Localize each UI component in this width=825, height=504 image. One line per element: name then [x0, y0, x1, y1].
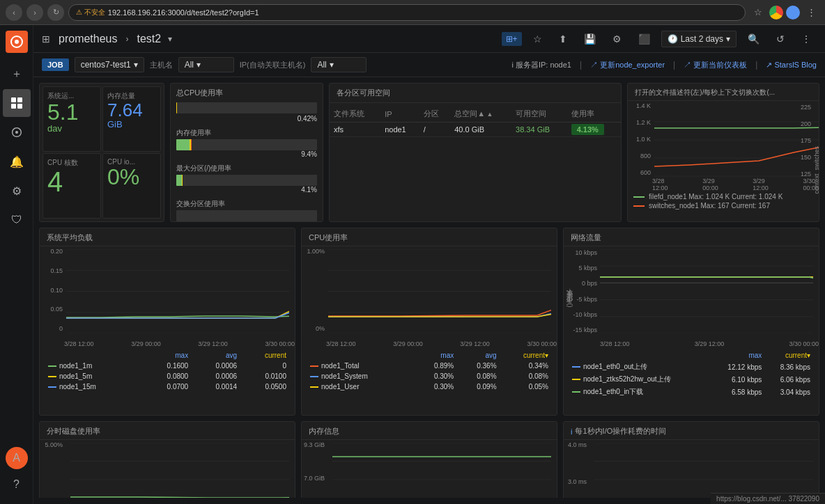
ip-value: All [317, 60, 326, 70]
svg-point-6 [15, 131, 18, 134]
settings-button[interactable]: ⚙ [607, 31, 627, 47]
share-button[interactable]: ⬆ [553, 31, 573, 47]
uptime-stat: 系统运... 5.1 dav [43, 86, 101, 152]
status-bar: https://blog.csdn.net/... 37822090 [711, 493, 825, 504]
uptime-value: 5.1 [47, 101, 96, 123]
cpu-rate-panel: CPU使用率 1.00%0% [301, 228, 557, 416]
update-dashboard-link[interactable]: ↗ 更新当前仪表板 [684, 60, 747, 70]
col-total[interactable]: 总空间▲ [450, 106, 511, 123]
disk-usage-panel: 分时磁盘使用率 5.00% [39, 421, 295, 498]
col-available: 可用空间 [511, 106, 567, 123]
job-value: centos7-test1 [81, 60, 131, 70]
hostname-select[interactable]: All ▾ [178, 57, 234, 72]
bookmark-button[interactable]: ☆ [750, 4, 766, 21]
legend-row-eth0-out: node1_eth0_out上传 12.12 kbps 8.36 kbps [569, 361, 813, 373]
cpu-rate-legend: max avg current▾ node1_Total 0.89% 0.36% [302, 347, 557, 395]
app-logo[interactable] [6, 31, 28, 53]
sidebar-item-user[interactable]: A [6, 447, 28, 469]
network-xaxis: 3/28 12:003/29 12:003/30 00:00 [600, 340, 819, 347]
cpu-rate-legend-table: max avg current▾ node1_Total 0.89% 0.36% [307, 350, 551, 392]
app-layout: ＋ 🔔 ⚙ 🛡 A ? ⊞ prometheus › test2 ▾ ⊞+ ☆ … [0, 25, 825, 504]
sidebar-item-help[interactable]: ? [3, 471, 31, 498]
cpu-rate-title: CPU使用率 [302, 228, 557, 246]
save-button[interactable]: 💾 [578, 31, 601, 47]
search-button[interactable]: 🔍 [742, 31, 765, 47]
time-label: Last 2 days [681, 34, 723, 44]
file-desc-legend: filefd_node1 Max: 1.024 K Current: 1.024… [628, 191, 819, 211]
refresh-button[interactable]: ↻ [47, 4, 64, 21]
mem-total-stat: 内存总量 7.64 GiB [102, 86, 161, 152]
stats-panel: 系统运... 5.1 dav 内存总量 7.64 GiB CPU 核数 4 [39, 83, 164, 222]
back-button[interactable]: ‹ [6, 4, 22, 21]
io-info-icon[interactable]: i [571, 427, 572, 436]
ip-select[interactable]: All ▾ [311, 57, 367, 72]
svg-rect-2 [11, 97, 16, 102]
filesystem-panel: 各分区可用空间 文件系统 IP 分区 总空间▲ 可用空间 使用率 [329, 83, 622, 222]
url-bar[interactable]: ⚠ 不安全 192.168.196.216:3000/d/test2/test2… [68, 4, 746, 21]
col-partition: 分区 [419, 106, 450, 123]
io-time-panel: i 每1秒内I/O操作耗费的时间 4.0 ms3.0 ms [563, 421, 819, 498]
dashboard-dropdown[interactable]: ▾ [168, 34, 172, 44]
file-desc-xaxis: 3/2812:003/2900:003/2912:003/3000:00 [652, 178, 819, 191]
fs-partition: / [419, 123, 450, 137]
clock-icon: 🕐 [668, 34, 678, 44]
top-nav: ⊞ prometheus › test2 ▾ ⊞+ ☆ ⬆ 💾 ⚙ ⬛ 🕐 La… [33, 25, 825, 53]
svg-rect-4 [11, 104, 16, 109]
svg-rect-5 [17, 104, 22, 109]
hostname-label: 主机名 [150, 60, 173, 70]
legend-row-system: node1_System 0.30% 0.08% 0.08% [307, 371, 551, 381]
io-time-title: 每1秒内I/O操作耗费的时间 [575, 426, 666, 436]
sidebar-item-dashboard[interactable] [3, 89, 31, 117]
io-time-svg [594, 443, 813, 498]
forward-button[interactable]: › [26, 4, 43, 21]
sidebar-bottom: A ? [3, 447, 31, 504]
cpu-rate-svg [328, 249, 551, 333]
ip-label: IP(自动关联主机名) [240, 60, 306, 70]
bar-mem-usage: 9.4% [176, 139, 317, 158]
sidebar-item-alert[interactable]: 🔔 [3, 148, 31, 175]
security-warning: ⚠ 不安全 [76, 8, 105, 17]
legend-row-user: node1_User 0.30% 0.09% 0.05% [307, 381, 551, 392]
sidebar-item-shield[interactable]: 🛡 [3, 206, 31, 234]
row1: 系统运... 5.1 dav 内存总量 7.64 GiB CPU 核数 4 [39, 83, 819, 222]
legend-row-total: node1_Total 0.89% 0.36% 0.34% [307, 361, 551, 371]
legend-row-eth0-in: node1_eth0_in下载 6.58 kbps 3.04 kbps [569, 386, 813, 398]
network-panel: 网络流量 10 kbps5 kbps0 bps-5 kbps-10 kbps-1… [563, 228, 819, 416]
col-ip: IP [380, 106, 419, 123]
sidebar: ＋ 🔔 ⚙ 🛡 A ? [0, 25, 33, 504]
legend-color-1 [633, 196, 645, 198]
col-usage: 使用率 [567, 106, 621, 123]
add-panel-button[interactable]: ⊞+ [502, 32, 522, 46]
menu-button[interactable]: ⋮ [803, 4, 819, 21]
bar-total-cpu: 0.42% [176, 102, 317, 123]
avg-load-panel: 系统平均负载 0.200.150.100.050 [39, 228, 295, 416]
stars-blog-link[interactable]: ↗ StarslS Blog [766, 61, 817, 70]
sidebar-item-settings[interactable]: ⚙ [3, 177, 31, 205]
table-row: xfs node1 / 40.0 GiB 38.34 GiB 4.13% [330, 123, 621, 137]
cpu-io-stat: CPU io... 0% [102, 153, 161, 219]
time-picker[interactable]: 🕐 Last 2 days ▾ [661, 31, 737, 47]
sidebar-item-explore[interactable] [3, 118, 31, 146]
more-button[interactable]: ⋮ [796, 31, 817, 47]
legend-row-ztks-out: node1_ztks52h2hw_out上传 6.10 kbps 6.06 kb… [569, 373, 813, 386]
job-select[interactable]: centos7-test1 ▾ [75, 57, 144, 72]
legend-row-15m: node1_15m 0.0700 0.0014 0.0500 [45, 381, 289, 392]
bar4-value: NaN [176, 221, 317, 222]
star-button[interactable]: ☆ [527, 31, 548, 47]
fs-available: 38.34 GiB [511, 123, 567, 137]
chrome-icon[interactable] [769, 6, 783, 19]
dashboard-toolbar: JOB centos7-test1 ▾ 主机名 All ▾ IP(自动关联主机名… [33, 53, 825, 77]
cpu-cores-value: 4 [47, 168, 96, 196]
network-vertical-label: 上传(上)/下载(下) [565, 297, 574, 308]
refresh-button-nav[interactable]: ↺ [771, 31, 790, 47]
avg-load-svg [66, 249, 289, 333]
cpu-cores-stat: CPU 核数 4 [43, 153, 101, 219]
fs-total: 40.0 GiB [450, 123, 511, 137]
profile-icon[interactable] [786, 6, 800, 19]
tv-button[interactable]: ⬛ [633, 31, 656, 47]
bar3-value: 4.1% [176, 186, 317, 194]
fs-usage: 4.13% [567, 123, 621, 137]
sidebar-item-plus[interactable]: ＋ [3, 60, 31, 88]
update-exporter-link[interactable]: ↗ 更新node_exporter [590, 60, 665, 70]
avg-load-legend: max avg current node1_1m 0.1600 0.0006 [40, 347, 295, 395]
